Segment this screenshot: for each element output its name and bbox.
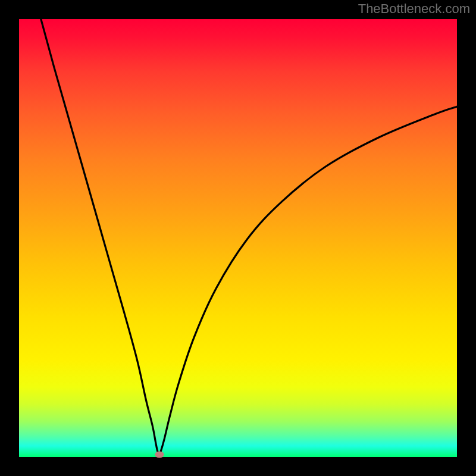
chart-container: TheBottleneck.com xyxy=(0,0,476,476)
optimal-point-marker xyxy=(155,451,164,458)
bottleneck-curve xyxy=(41,19,457,455)
curve-svg xyxy=(19,19,457,457)
plot-area xyxy=(19,19,457,457)
watermark-text: TheBottleneck.com xyxy=(358,1,470,17)
